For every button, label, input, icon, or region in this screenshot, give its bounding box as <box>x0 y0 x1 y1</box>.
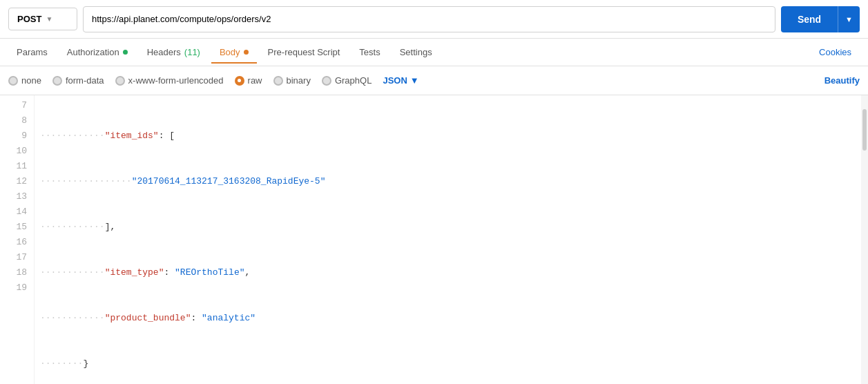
radio-graphql-label: GraphQL <box>335 75 372 86</box>
method-label: POST <box>17 14 41 24</box>
authorization-dot-icon <box>123 50 128 55</box>
tab-pre-request-label: Pre-request Script <box>268 47 340 57</box>
method-chevron-icon: ▼ <box>46 15 52 23</box>
tab-tests[interactable]: Tests <box>351 41 388 63</box>
tab-tests-label: Tests <box>359 47 380 57</box>
tab-pre-request-script[interactable]: Pre-request Script <box>260 41 349 63</box>
radio-binary-label: binary <box>287 75 311 86</box>
radio-binary-icon <box>273 76 283 86</box>
json-format-label: JSON <box>383 75 407 86</box>
tab-params[interactable]: Params <box>8 41 56 63</box>
radio-none-label: none <box>21 75 41 86</box>
line-numbers: 7 8 9 10 11 12 13 14 15 16 17 18 19 <box>0 95 35 384</box>
url-input[interactable] <box>83 6 775 32</box>
radio-form-data[interactable]: form-data <box>52 75 104 86</box>
send-dropdown-button[interactable]: ▼ <box>838 6 860 32</box>
body-type-bar: none form-data x-www-form-urlencoded raw… <box>0 66 868 95</box>
tab-authorization-label: Authorization <box>67 47 119 57</box>
radio-raw[interactable]: raw <box>235 75 262 86</box>
radio-form-data-label: form-data <box>66 75 104 86</box>
radio-raw-icon <box>235 76 244 86</box>
code-editor[interactable]: 7 8 9 10 11 12 13 14 15 16 17 18 19 ····… <box>0 95 868 384</box>
code-line-12: ········} <box>40 356 868 372</box>
code-line-9: ············], <box>40 220 868 235</box>
tab-headers-label: Headers <box>147 47 181 57</box>
send-button-group: Send ▼ <box>781 6 860 32</box>
tab-authorization[interactable]: Authorization <box>59 41 136 63</box>
beautify-button[interactable]: Beautify <box>824 75 860 86</box>
tab-body-label: Body <box>220 47 240 57</box>
radio-graphql-icon <box>322 76 331 86</box>
tab-params-label: Params <box>17 47 48 57</box>
code-line-11: ············"product_bundle": "analytic" <box>40 311 868 326</box>
body-dot-icon <box>244 50 249 55</box>
radio-urlencoded[interactable]: x-www-form-urlencoded <box>115 75 224 86</box>
radio-form-data-icon <box>52 76 62 86</box>
tab-bar: Params Authorization Headers (11) Body P… <box>0 39 868 66</box>
radio-raw-label: raw <box>248 75 262 86</box>
code-line-8: ·················"20170614_113217_316320… <box>40 174 868 189</box>
cookies-link[interactable]: Cookies <box>811 41 860 63</box>
code-line-7: ············"item_ids": [ <box>40 128 868 144</box>
top-bar: POST ▼ Send ▼ <box>0 0 868 39</box>
send-button[interactable]: Send <box>781 6 838 32</box>
code-line-10: ············"item_type": "REOrthoTile", <box>40 265 868 280</box>
json-format-select[interactable]: JSON ▼ <box>383 75 418 86</box>
radio-none[interactable]: none <box>8 75 41 86</box>
radio-urlencoded-icon <box>115 76 125 86</box>
headers-count-badge: (11) <box>184 47 200 57</box>
code-content: ············"item_ids": [ ··············… <box>35 95 868 384</box>
tab-headers[interactable]: Headers (11) <box>139 41 209 63</box>
radio-graphql[interactable]: GraphQL <box>322 75 372 86</box>
scrollbar-thumb[interactable] <box>862 109 867 151</box>
radio-binary[interactable]: binary <box>273 75 311 86</box>
json-format-chevron-icon: ▼ <box>410 75 419 86</box>
radio-none-icon <box>8 76 18 86</box>
scrollbar-track <box>861 95 868 384</box>
tab-body[interactable]: Body <box>211 41 257 63</box>
method-select[interactable]: POST ▼ <box>8 8 77 30</box>
tab-settings[interactable]: Settings <box>392 41 441 63</box>
radio-urlencoded-label: x-www-form-urlencoded <box>128 75 224 86</box>
tab-settings-label: Settings <box>400 47 432 57</box>
